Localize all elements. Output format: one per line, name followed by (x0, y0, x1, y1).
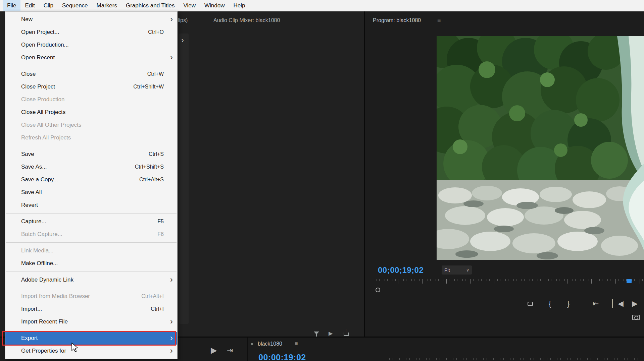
file-menu-item[interactable]: Save As... Ctrl+Shift+S › (5, 161, 177, 173)
file-menu-item: › (5, 144, 177, 148)
file-menu-item[interactable]: Save Ctrl+S › (5, 148, 177, 161)
play-icon[interactable]: ▶ (632, 299, 638, 308)
file-menu-item[interactable]: Close Project Ctrl+Shift+W › (5, 80, 177, 93)
file-menu-item[interactable]: Close All Projects › (5, 106, 177, 119)
file-menu-item: Batch Capture... F6 › (5, 228, 177, 241)
file-menu-item[interactable]: New › (5, 13, 177, 26)
add-marker-icon[interactable] (528, 302, 533, 306)
menu-item-label: Make Offline... (21, 260, 58, 267)
file-menu-item[interactable]: Close Ctrl+W › (5, 68, 177, 80)
file-menu-item: › (5, 270, 177, 274)
tab-sequence-black1080[interactable]: black1080 (258, 341, 282, 347)
menu-item-label: Refresh All Projects (21, 134, 71, 141)
timeline-divider (247, 338, 248, 361)
close-icon[interactable]: × (250, 341, 254, 348)
file-menu-item[interactable]: Import... Ctrl+I › (5, 303, 177, 315)
menu-item-label: Link Media... (21, 247, 53, 254)
menu-item-label: Adobe Dynamic Link (21, 277, 73, 283)
file-menu-item[interactable]: Adobe Dynamic Link › (5, 274, 177, 286)
menu-item-label: Open Project... (21, 29, 59, 36)
file-menu-item[interactable]: Open Project... Ctrl+O › (5, 26, 177, 39)
menu-item-label: Get Properties for (21, 348, 66, 354)
timeline-play-icon[interactable]: ▶ (211, 346, 217, 354)
filter-icon[interactable] (314, 332, 319, 335)
file-menu-item[interactable]: Revert › (5, 199, 177, 212)
export-frame-icon[interactable] (632, 315, 640, 320)
menu-item-label: Import... (21, 306, 42, 312)
panel-menu-icon[interactable]: ≡ (295, 341, 298, 347)
menu-item-label: Save (21, 151, 34, 158)
file-menu-item[interactable]: Save a Copy... Ctrl+Alt+S › (5, 173, 177, 186)
menu-bar-item-label: Window (204, 2, 225, 9)
go-to-in-icon[interactable]: ⇤ (593, 299, 599, 308)
file-menu-item[interactable]: Export › (5, 332, 177, 345)
file-menu-item[interactable]: Open Production... › (5, 39, 177, 51)
menu-item-shortcut: Ctrl+Alt+I (141, 293, 164, 299)
menu-bar-item[interactable]: Help (229, 0, 250, 11)
file-menu-item[interactable]: Open Recent › (5, 51, 177, 64)
premiere-pro-window: File Edit Clip Sequence Markers Graphics… (0, 0, 644, 361)
timeline-timecode[interactable]: 00:00:19:02 (258, 353, 306, 361)
expand-panel-chevron-icon[interactable]: › (181, 36, 184, 44)
program-timecode[interactable]: 00;00;19;02 (378, 265, 424, 275)
export-icon[interactable] (344, 333, 349, 336)
menu-bar-item[interactable]: Sequence (58, 0, 92, 11)
menu-item-shortcut: Ctrl+Shift+W (133, 84, 164, 90)
transport-controls: { } ⇤ ▏◀ ▶ (365, 299, 644, 309)
step-back-icon[interactable]: ▏◀ (612, 299, 624, 308)
submenu-arrow-icon: › (170, 276, 173, 284)
menu-item-label: Close Production (21, 96, 64, 103)
menu-bar-item-label: View (184, 2, 196, 9)
file-menu-item: › (5, 241, 177, 244)
zoom-scroll-knob[interactable] (376, 288, 380, 292)
menu-item-shortcut: Ctrl+W (147, 71, 164, 77)
file-menu-item[interactable]: Capture... F5 › (5, 215, 177, 228)
file-menu-item[interactable]: Import Recent File › (5, 315, 177, 328)
menu-bar-item[interactable]: Clip (39, 0, 58, 11)
file-menu-item: › (5, 64, 177, 68)
mark-out-icon[interactable]: } (567, 299, 569, 308)
submenu-arrow-icon: › (170, 53, 173, 61)
menu-item-label: Batch Capture... (21, 231, 62, 238)
program-panel-title[interactable]: Program: black1080 (373, 17, 421, 23)
program-monitor-panel: Program: black1080 ≡ (365, 11, 644, 337)
panel-divider-vertical[interactable] (364, 11, 365, 337)
file-menu-dropdown: New › Open Project... Ctrl+O › Open Prod… (5, 11, 178, 359)
menu-item-label: Close (21, 71, 36, 77)
menu-bar-item-label: Clip (44, 2, 53, 9)
submenu-arrow-icon: › (170, 15, 173, 23)
menu-item-label: Save All (21, 189, 42, 196)
menu-item-label: Export (21, 335, 38, 342)
menu-bar-item-label: Markers (97, 2, 117, 9)
file-menu-item[interactable]: Make Offline... › (5, 257, 177, 270)
program-monitor-video (437, 36, 644, 260)
partial-tab-label[interactable]: lips) (178, 17, 188, 23)
file-menu-item[interactable]: Save All › (5, 186, 177, 199)
zoom-level-select[interactable]: Fit ∨ (442, 265, 472, 275)
timeline-ruler[interactable] (386, 358, 644, 361)
menu-item-shortcut: Ctrl+S (149, 151, 164, 157)
mark-in-icon[interactable]: { (549, 299, 551, 308)
file-menu-item: Close Production › (5, 93, 177, 106)
play-in-out-icon[interactable]: ▶ (329, 331, 333, 336)
menu-bar-item[interactable]: File (3, 0, 20, 11)
file-menu-item[interactable]: Get Properties for › (5, 345, 177, 357)
program-mini-timeline-ruler[interactable] (374, 279, 644, 285)
menu-bar-item[interactable]: Graphics and Titles (121, 0, 179, 11)
menu-item-shortcut: Ctrl+O (148, 29, 164, 35)
menu-bar-item[interactable]: View (179, 0, 200, 11)
menu-item-label: New (21, 16, 33, 23)
playhead-marker[interactable] (627, 279, 632, 283)
menu-bar-item[interactable]: Edit (20, 0, 39, 11)
menu-item-label: Import from Media Browser (21, 293, 90, 300)
panel-menu-icon[interactable]: ≡ (437, 17, 441, 24)
menu-bar-item[interactable]: Markers (92, 0, 121, 11)
tab-audio-clip-mixer[interactable]: Audio Clip Mixer: black1080 (213, 17, 280, 23)
menu-bar-item-label: Sequence (62, 2, 88, 9)
file-menu-item: › (5, 328, 177, 332)
zoom-level-value: Fit (444, 267, 450, 273)
submenu-arrow-icon: › (170, 334, 173, 342)
timeline-tool-icon[interactable]: ⇥ (227, 347, 233, 354)
menu-item-label: Capture... (21, 218, 46, 225)
menu-bar-item[interactable]: Window (200, 0, 229, 11)
